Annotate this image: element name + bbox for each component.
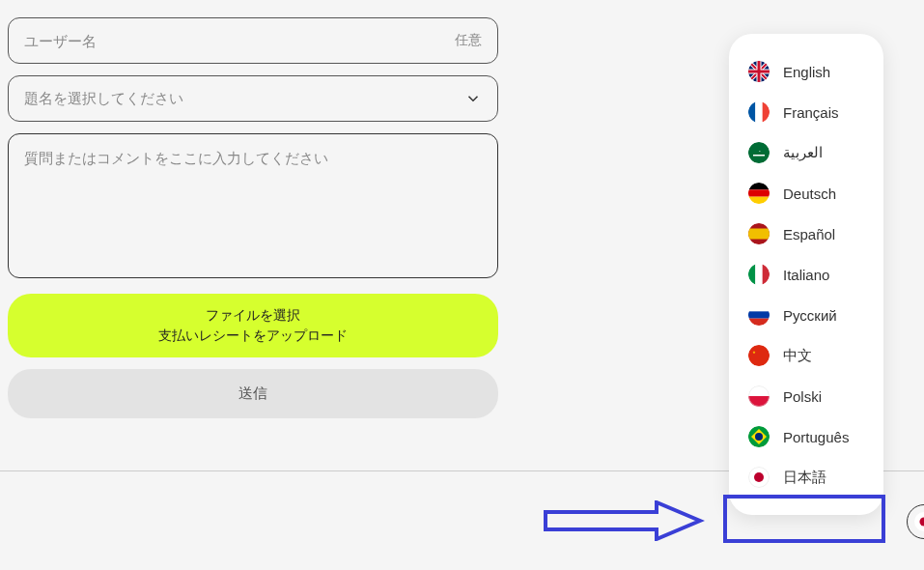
svg-rect-27 bbox=[748, 396, 770, 407]
lang-item-chinese[interactable]: 中文 bbox=[729, 335, 883, 376]
comment-textarea[interactable] bbox=[24, 150, 482, 262]
lang-item-russian[interactable]: Русский bbox=[729, 295, 883, 335]
flag-russia-icon bbox=[748, 304, 770, 326]
lang-item-portugues[interactable]: Português bbox=[729, 416, 883, 457]
lang-label: Español bbox=[783, 226, 835, 242]
lang-item-francais[interactable]: Français bbox=[729, 92, 883, 132]
svg-point-5 bbox=[748, 142, 770, 163]
lang-item-polski[interactable]: Polski bbox=[729, 376, 883, 416]
contact-form: 任意 題名を選択してください ファイルを選択 支払いレシートをアップロード 送信 bbox=[8, 17, 498, 418]
lang-label: English bbox=[783, 64, 830, 80]
flag-brazil-icon bbox=[748, 426, 770, 447]
upload-label-line2: 支払いレシートをアップロード bbox=[19, 326, 487, 346]
svg-rect-21 bbox=[748, 311, 770, 318]
annotation-arrow-icon bbox=[541, 500, 705, 541]
lang-label: Français bbox=[783, 104, 839, 121]
lang-label: العربية bbox=[783, 144, 823, 161]
lang-label: Polski bbox=[783, 388, 822, 405]
flag-saudi-icon: ـ bbox=[748, 142, 770, 163]
lang-label: Deutsch bbox=[783, 185, 836, 202]
subject-select[interactable]: 題名を選択してください bbox=[8, 75, 498, 122]
lang-label: Italiano bbox=[783, 267, 829, 283]
flag-spain-icon bbox=[748, 223, 770, 244]
flag-uk-icon bbox=[748, 61, 770, 82]
file-upload-button[interactable]: ファイルを選択 支払いレシートをアップロード bbox=[8, 294, 498, 357]
svg-rect-10 bbox=[748, 189, 770, 196]
lang-item-espanol[interactable]: Español bbox=[729, 214, 883, 254]
svg-rect-6 bbox=[753, 155, 765, 157]
username-field-row[interactable]: 任意 bbox=[8, 17, 498, 64]
svg-rect-2 bbox=[748, 101, 755, 123]
lang-label: Русский bbox=[783, 307, 837, 324]
flag-poland-icon bbox=[748, 385, 770, 407]
lang-item-italiano[interactable]: Italiano bbox=[729, 254, 883, 295]
lang-item-english[interactable]: English bbox=[729, 51, 883, 92]
svg-rect-17 bbox=[755, 264, 762, 285]
lang-item-arabic[interactable]: ـ العربية bbox=[729, 132, 883, 173]
submit-button[interactable]: 送信 bbox=[8, 369, 498, 418]
svg-rect-22 bbox=[748, 319, 770, 326]
lang-label: 中文 bbox=[783, 347, 812, 365]
lang-item-deutsch[interactable]: Deutsch bbox=[729, 173, 883, 214]
svg-point-31 bbox=[755, 433, 763, 441]
username-hint: 任意 bbox=[455, 32, 482, 49]
subject-placeholder: 題名を選択してください bbox=[24, 90, 183, 108]
svg-rect-18 bbox=[763, 264, 770, 285]
lang-item-japanese[interactable]: 日本語 bbox=[729, 457, 883, 498]
comment-field-row[interactable] bbox=[8, 133, 498, 278]
chevron-down-icon bbox=[464, 90, 482, 107]
flag-china-icon bbox=[748, 345, 770, 366]
language-toggle-button[interactable] bbox=[907, 504, 924, 539]
language-dropdown: English Français ـ العربية Deutsch Españ… bbox=[729, 34, 883, 515]
svg-rect-9 bbox=[748, 183, 770, 189]
upload-label-line1: ファイルを選択 bbox=[19, 305, 487, 326]
svg-point-23 bbox=[748, 345, 770, 366]
lang-label: Português bbox=[783, 429, 849, 445]
svg-rect-26 bbox=[748, 385, 770, 396]
svg-point-33 bbox=[754, 472, 764, 482]
flag-japan-icon bbox=[914, 512, 924, 531]
svg-rect-16 bbox=[748, 264, 755, 285]
flag-germany-icon bbox=[748, 183, 770, 204]
svg-rect-4 bbox=[763, 101, 770, 123]
flag-japan-icon bbox=[748, 467, 770, 488]
svg-rect-11 bbox=[748, 197, 770, 204]
submit-label: 送信 bbox=[238, 385, 267, 401]
username-input[interactable] bbox=[24, 33, 447, 49]
flag-france-icon bbox=[748, 101, 770, 123]
svg-rect-20 bbox=[748, 304, 770, 311]
svg-rect-14 bbox=[748, 229, 770, 240]
lang-label: 日本語 bbox=[783, 469, 826, 487]
flag-italy-icon bbox=[748, 264, 770, 285]
svg-rect-3 bbox=[755, 101, 762, 123]
